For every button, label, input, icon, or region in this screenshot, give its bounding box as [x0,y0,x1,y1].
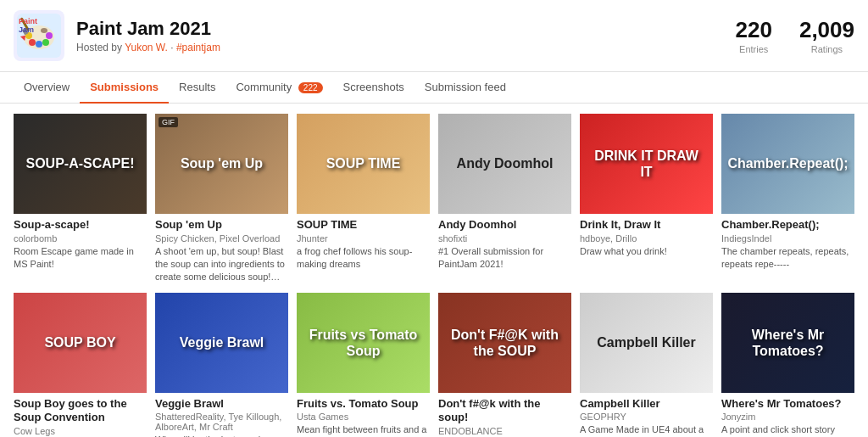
game-title-mr-tomatoes: Where's Mr Tomatoes? [721,397,854,412]
game-desc-veggie-brawl: Who will be the last veggie floating? [155,434,288,437]
game-thumbnail-soup-a-scape: SOUP-A-SCAPE! [14,114,147,214]
svg-point-7 [46,32,53,39]
game-author-soup-time: Jhunter [297,233,430,244]
game-title-andy-doomhol: Andy Doomhol [438,218,571,233]
game-author-campbell-killer: GEOPHRY [580,412,713,422]
page-header: Paint Jam Paint Jam 2021 Hosted by Yukon… [0,0,868,72]
entries-label: Entries [736,44,772,54]
game-thumbnail-soup-em-up: GIF Soup 'em Up [155,114,288,214]
game-thumbnail-campbell-killer: Campbell Killer [580,293,713,393]
nav-screenshots[interactable]: Screenshots [333,72,415,104]
game-author-andy-doomhol: shofixti [438,233,571,244]
game-title-soup-em-up: Soup 'em Up [155,218,288,233]
nav-results[interactable]: Results [169,72,225,104]
game-card-veggie-brawl[interactable]: Veggie Brawl Veggie Brawl ShatteredReali… [155,293,288,437]
game-desc-chamber-repeat: The chamber repeats, repeats, repeats re… [721,245,854,272]
game-thumbnail-dont-fk: Don't F#@K with the SOUP [438,293,571,393]
game-grid-container: SOUP-A-SCAPE! Soup-a-scape! colorbomb Ro… [0,104,868,437]
game-author-soup-a-scape: colorbomb [14,233,147,244]
game-desc-soup-em-up: A shoot 'em up, but soup! Blast the soup… [155,245,288,284]
jam-title: Paint Jam 2021 [76,18,736,40]
game-card-soup-boy[interactable]: SOUP BOY Soup Boy goes to the Soup Conve… [14,293,147,437]
game-thumbnail-soup-boy: SOUP BOY [14,293,147,393]
game-card-fruits-vs-tomato[interactable]: Fruits vs Tomato Soup Fruits vs. Tomato … [297,293,430,437]
svg-text:Jam: Jam [19,25,34,34]
game-desc-mr-tomatoes: A point and click short story about an e… [721,423,854,437]
game-desc-fruits-vs-tomato: Mean fight between fruits and a can of t… [297,423,430,437]
game-grid: SOUP-A-SCAPE! Soup-a-scape! colorbomb Ro… [14,114,854,437]
thumb-label: Don't F#@K with the SOUP [438,320,571,366]
game-author-soup-boy: Cow Legs [14,426,147,436]
thumb-label: DRINK IT DRAW IT [580,141,713,187]
thumb-label: SOUP-A-SCAPE! [19,148,141,178]
game-thumbnail-chamber-repeat: Chamber.Repeat(); [721,114,854,214]
game-thumbnail-mr-tomatoes: Where's Mr Tomatoes? [721,293,854,393]
game-desc-drink-it-draw-it: Draw what you drink! [580,245,713,258]
thumb-label: SOUP TIME [320,148,408,178]
game-title-campbell-killer: Campbell Killer [580,397,713,412]
thumb-label: SOUP BOY [37,328,122,357]
game-title-drink-it-draw-it: Drink It, Draw It [580,218,713,233]
game-author-soup-em-up: Spicy Chicken, Pixel Overload [155,233,288,244]
game-title-chamber-repeat: Chamber.Repeat(); [721,218,854,233]
game-card-soup-em-up[interactable]: GIF Soup 'em Up Soup 'em Up Spicy Chicke… [155,114,288,284]
entries-count: 220 [736,17,772,43]
game-card-soup-time[interactable]: SOUP TIME SOUP TIME Jhunter a frog chef … [297,114,430,284]
header-stats: 220 Entries 2,009 Ratings [736,17,854,54]
nav-submissions[interactable]: Submissions [80,72,169,104]
game-thumbnail-andy-doomhol: Andy Doomhol [438,114,571,214]
game-title-soup-time: SOUP TIME [297,218,430,233]
svg-point-8 [41,28,47,33]
svg-point-3 [29,39,36,46]
game-author-dont-fk: ENDOBLANCE [438,426,571,436]
game-thumbnail-veggie-brawl: Veggie Brawl [155,293,288,393]
nav-submission-feed[interactable]: Submission feed [415,72,516,104]
game-card-dont-fk[interactable]: Don't F#@K with the SOUP Don't f#@k with… [438,293,571,437]
thumb-label: Campbell Killer [590,328,702,357]
game-desc-campbell-killer: A Game Made in UE4 about a satanic can o… [580,423,713,437]
game-author-mr-tomatoes: Jonyzim [721,412,854,422]
svg-point-4 [36,41,42,48]
game-author-veggie-brawl: ShatteredReality, Tye Killough, AlboreAr… [155,412,288,432]
nav-overview[interactable]: Overview [14,72,80,104]
thumb-label: Fruits vs Tomato Soup [297,320,430,366]
svg-point-5 [42,39,49,46]
game-thumbnail-drink-it-draw-it: DRINK IT DRAW IT [580,114,713,214]
community-badge: 222 [298,82,323,93]
game-thumbnail-fruits-vs-tomato: Fruits vs Tomato Soup [297,293,430,393]
thumb-label: Where's Mr Tomatoes? [721,320,854,366]
thumb-label: Soup 'em Up [174,148,270,178]
game-desc-soup-a-scape: Room Escape game made in MS Paint! [14,245,147,272]
game-title-soup-boy: Soup Boy goes to the Soup Convention [14,397,147,426]
ratings-stat: 2,009 Ratings [799,17,854,54]
jam-logo: Paint Jam [14,10,64,61]
header-title-area: Paint Jam 2021 Hosted by Yukon W. · #pai… [76,18,736,53]
hosted-by-label: Hosted by [76,42,125,53]
game-author-drink-it-draw-it: hdboye, Drillo [580,233,713,244]
game-card-andy-doomhol[interactable]: Andy Doomhol Andy Doomhol shofixti #1 Ov… [438,114,571,284]
thumb-label: Chamber.Repeat(); [721,148,854,178]
game-thumbnail-soup-time: SOUP TIME [297,114,430,214]
jam-subtitle: Hosted by Yukon W. · #paintjam [76,42,736,53]
game-card-chamber-repeat[interactable]: Chamber.Repeat(); Chamber.Repeat(); Indi… [721,114,854,284]
game-desc-soup-time: a frog chef follows his soup-making drea… [297,245,430,272]
game-title-veggie-brawl: Veggie Brawl [155,397,288,412]
game-desc-andy-doomhol: #1 Overall submission for PaintJam 2021! [438,245,571,272]
nav-community[interactable]: Community 222 [225,72,332,104]
main-nav: Overview Submissions Results Community 2… [0,72,868,104]
game-title-soup-a-scape: Soup-a-scape! [14,218,147,233]
host-link[interactable]: Yukon W. [125,42,168,53]
entries-stat: 220 Entries [736,17,772,54]
game-card-soup-a-scape[interactable]: SOUP-A-SCAPE! Soup-a-scape! colorbomb Ro… [14,114,147,284]
game-title-fruits-vs-tomato: Fruits vs. Tomato Soup [297,397,430,412]
game-card-mr-tomatoes[interactable]: Where's Mr Tomatoes? Where's Mr Tomatoes… [721,293,854,437]
hashtag-link[interactable]: #paintjam [176,42,220,53]
thumb-label: Andy Doomhol [450,148,560,178]
ratings-label: Ratings [799,44,854,54]
game-card-drink-it-draw-it[interactable]: DRINK IT DRAW IT Drink It, Draw It hdboy… [580,114,713,284]
game-author-chamber-repeat: IndiegsIndel [721,233,854,244]
game-card-campbell-killer[interactable]: Campbell Killer Campbell Killer GEOPHRY … [580,293,713,437]
ratings-count: 2,009 [799,17,854,43]
gif-badge: GIF [159,117,178,127]
thumb-label: Veggie Brawl [173,328,271,357]
